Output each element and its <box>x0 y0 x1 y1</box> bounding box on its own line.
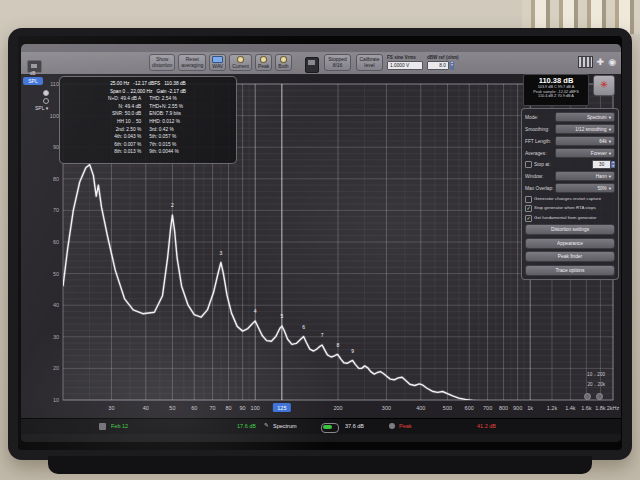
trace-options-button[interactable]: Trace options <box>525 265 615 276</box>
label: FFT Length: <box>525 139 555 144</box>
range-circle-right[interactable] <box>596 393 603 400</box>
label: ENOB: 7.9 bits <box>141 110 232 118</box>
reset-averaging-button[interactable]: Resetaveraging <box>178 54 206 71</box>
spl-sub-line: 110.4 dB Z 70.9 dB A <box>524 94 588 99</box>
distortion-row: N+D: 49.4 dB ATHD: 2.54 % <box>64 95 232 103</box>
fs-sine-vrms-input[interactable]: 1.0000 V <box>387 61 423 70</box>
control-row-stopat: Stop at:30▴▾ <box>525 160 615 169</box>
distortion-row: 4th: 0.043 %5th: 0.057 % <box>64 133 232 141</box>
target-icon[interactable]: ◉ <box>608 57 616 67</box>
label: Hann <box>596 174 607 179</box>
label: Get fundamental from generator <box>534 215 596 221</box>
spin-down-icon[interactable]: ▾ <box>451 64 453 67</box>
trace-checkbox[interactable] <box>99 423 106 430</box>
label: Spectrum <box>587 115 607 120</box>
select-fftlength[interactable]: 64k▾ <box>555 136 615 146</box>
label: N+D: 49.4 dB A <box>64 95 141 103</box>
peak-dot[interactable] <box>389 423 395 429</box>
label: Averages: <box>525 151 555 156</box>
graph-controls-icon[interactable] <box>578 56 593 68</box>
pin-peak-button[interactable]: Peak <box>255 54 272 71</box>
y-tick-label: 60 <box>53 239 59 245</box>
distortion-row: HH 10 .. 50HHD: 0.012 % <box>64 118 232 126</box>
x-tick-label: 800 <box>499 405 508 411</box>
pin-both-button[interactable]: Both <box>275 54 291 71</box>
pan-icon[interactable]: ✚ <box>597 57 605 67</box>
appearance-button[interactable]: Appearance <box>525 238 615 249</box>
control-row-maxoverlap: Max Overlap:50%▾ <box>525 183 615 193</box>
x-tick-label: 100 <box>251 405 260 411</box>
harmonic-marker-2: 2 <box>171 202 174 208</box>
label: HH 10 .. 50 <box>64 118 141 126</box>
select-smoothing[interactable]: 1/12 smoothing▾ <box>555 124 615 134</box>
distortion-row: N: 49.4 dBTHD+N: 2.55 % <box>64 103 232 111</box>
save-wav-button[interactable]: WAV <box>209 54 226 71</box>
checkbox[interactable]: ✓ <box>525 205 532 212</box>
spl-meter-button[interactable]: ✳ <box>593 75 615 96</box>
edit-pencil-icon[interactable]: ✎ <box>264 422 269 428</box>
y-tick-label: 110 <box>50 81 59 87</box>
x-tick-label: 50 <box>169 405 175 411</box>
laptop: ShowdistortionResetaveragingWAVCurrentPe… <box>8 28 632 460</box>
peak-finder-button[interactable]: Peak finder <box>525 251 615 262</box>
pin-current-button[interactable]: Current <box>229 54 252 71</box>
y-tick-label: 20 <box>53 365 59 371</box>
harmonic-marker-7: 7 <box>321 332 324 338</box>
peak-label: Peak <box>399 423 412 429</box>
label: WAV <box>212 64 223 70</box>
axis-radio-bottom[interactable] <box>43 98 49 104</box>
control-row-smoothing: Smoothing:1/12 smoothing▾ <box>525 124 615 134</box>
stop-at-field[interactable]: 30 <box>592 160 611 169</box>
label: Stop at: <box>534 162 592 167</box>
calibrate-level-button[interactable]: Calibrate level <box>356 54 383 71</box>
axis-mode-dropdown[interactable]: SPL ▾ <box>35 105 48 111</box>
label: 2nd: 2.50 % <box>64 126 141 134</box>
stop-at-spinner[interactable]: ▴▾ <box>611 161 615 167</box>
checkbox[interactable]: ✓ <box>525 215 532 222</box>
axis-radio-top[interactable] <box>43 90 49 96</box>
show-distortion-button[interactable]: Showdistortion <box>149 54 175 71</box>
distortion-row: SNR: 50.0 dBENOB: 7.9 bits <box>64 110 232 118</box>
trace-level: 17.6 dB <box>237 423 256 429</box>
trace-name[interactable]: Feb 12 <box>111 423 128 429</box>
checkbox-row: ✓Stop generator when RTA stops <box>525 205 615 212</box>
label: distortion <box>152 63 172 69</box>
dbw-ref-spinner[interactable]: ▴ ▾ <box>450 61 454 70</box>
x-tick-label: 600 <box>465 405 474 411</box>
y-tick-label: 70 <box>53 207 59 213</box>
axis-unit-label: dB <box>30 71 36 76</box>
distortion-stats-panel: 25.00 Hz -12.17 dBFS 110.38 dBSpan 0 .. … <box>59 76 237 164</box>
label: Max Overlap: <box>525 186 555 191</box>
axis-spl-chip[interactable]: SPL <box>23 77 43 85</box>
select-window[interactable]: Hann▾ <box>555 171 615 181</box>
x-axis-labels: 3040506070809010020030040050060070080090… <box>108 405 619 411</box>
label: Current <box>232 64 249 70</box>
label: ▾ <box>609 174 611 179</box>
capture-status-button[interactable]: Stopped 8/16 <box>324 54 351 71</box>
select-mode[interactable]: Spectrum▾ <box>555 112 615 122</box>
select-averages[interactable]: Forever▾ <box>555 148 615 158</box>
checkbox[interactable] <box>525 196 532 203</box>
stop-at-checkbox[interactable] <box>525 161 532 168</box>
pin-icon <box>280 56 287 63</box>
graph-type-label[interactable]: Spectrum <box>273 423 297 429</box>
y-tick-label: 40 <box>53 302 59 308</box>
checkbox-row: Generator changes restart capture <box>525 196 615 203</box>
control-row-averages: Averages:Forever▾ <box>525 148 615 158</box>
input-level-meter <box>321 423 339 433</box>
harmonic-marker-4: 4 <box>254 308 257 314</box>
dbw-ref-input[interactable]: 8.0 <box>427 61 449 70</box>
x-tick-label: 30 <box>108 405 114 411</box>
peak-level-value: 41.2 dB <box>477 423 496 429</box>
select-maxoverlap[interactable]: 50%▾ <box>555 183 615 193</box>
label: 5th: 0.057 % <box>141 133 232 141</box>
distortion-settings-button[interactable]: Distortion settings <box>525 224 615 235</box>
distortion-header: 25.00 Hz -12.17 dBFS 110.38 dB <box>64 80 232 88</box>
range-preset-10-200[interactable]: 10 .. 200 <box>587 372 605 377</box>
label: ▾ <box>609 139 611 144</box>
range-preset-20-20k[interactable]: 20 .. 20k <box>587 382 605 387</box>
save-icon[interactable] <box>305 57 319 73</box>
label: Stop generator when RTA stops <box>534 205 596 211</box>
range-circle-left[interactable] <box>584 393 591 400</box>
label: THD+N: 2.55 % <box>141 103 232 111</box>
